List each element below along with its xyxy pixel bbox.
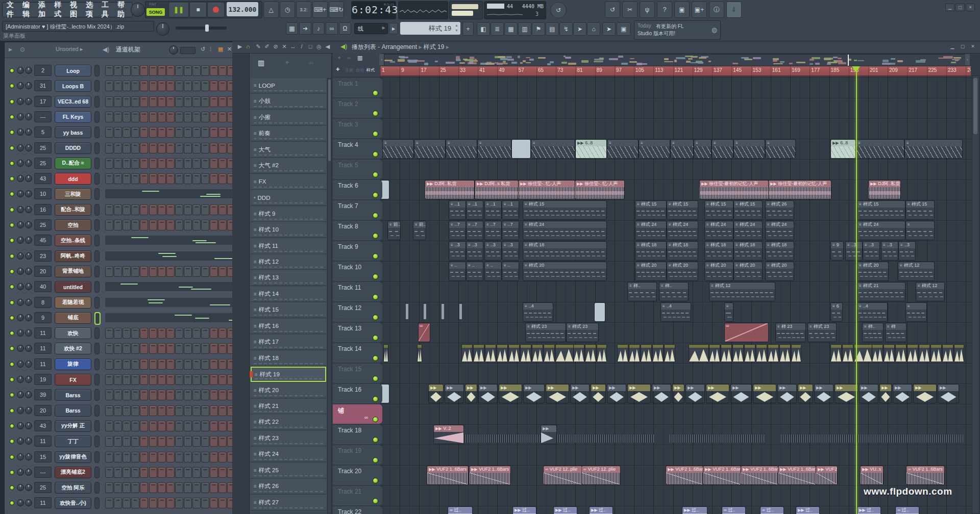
pattern-clip[interactable]: ≡样 23: [776, 323, 805, 342]
channel-selector[interactable]: [94, 126, 100, 138]
step-cell[interactable]: [175, 204, 183, 215]
strip-tab[interactable]: 音频: [345, 68, 353, 72]
pattern-clip[interactable]: ≡: [905, 140, 962, 158]
channel-volume-knob[interactable]: [25, 407, 32, 414]
step-cell[interactable]: [166, 81, 175, 91]
channel-number[interactable]: 19: [34, 374, 52, 385]
step-cell[interactable]: [149, 374, 157, 385]
step-cell[interactable]: [140, 143, 148, 153]
slice-tool-icon[interactable]: /: [297, 42, 306, 51]
audio-clip[interactable]: ▶▶: [591, 384, 605, 403]
step-cell[interactable]: [122, 220, 131, 230]
audio-burst-clip[interactable]: [943, 345, 953, 362]
channel-led[interactable]: [10, 146, 14, 150]
step-cell[interactable]: [210, 390, 218, 400]
track-led[interactable]: [373, 315, 378, 320]
audio-burst-clip[interactable]: [831, 345, 841, 362]
audio-clip[interactable]: ▶▶过..: [857, 507, 880, 514]
audio-clip[interactable]: ▶▶VU..s: [861, 466, 883, 484]
channel-pan-knob[interactable]: [17, 345, 24, 352]
step-cell[interactable]: [184, 266, 192, 277]
audio-clip[interactable]: ▶▶DJ阿..私货: [425, 181, 474, 199]
step-cell[interactable]: [140, 204, 148, 215]
audio-burst-clip[interactable]: [574, 345, 584, 362]
minimap-right-arrow[interactable]: ›: [965, 54, 970, 65]
channel-selector[interactable]: [94, 420, 100, 432]
step-cell[interactable]: [175, 328, 183, 339]
pattern-item[interactable]: ≡FX: [251, 174, 326, 190]
channel-number[interactable]: 40: [34, 281, 52, 292]
step-cell[interactable]: [149, 421, 157, 431]
playlist-icon[interactable]: ≣: [491, 22, 504, 36]
step-cell[interactable]: [140, 112, 148, 122]
pattern-item[interactable]: ≡样式 27: [251, 495, 326, 510]
audio-clip[interactable]: ▶▶DJ阿..私货: [869, 181, 900, 199]
step-cell[interactable]: [218, 467, 227, 478]
step-cell[interactable]: [166, 390, 175, 400]
step-cell[interactable]: [149, 220, 157, 230]
step-cell[interactable]: [158, 436, 166, 447]
pattern-clip[interactable]: ≡: [414, 140, 445, 158]
step-cell[interactable]: [184, 436, 192, 447]
step-cell[interactable]: [158, 112, 166, 122]
step-cell[interactable]: [105, 173, 113, 184]
channel-pan-knob[interactable]: [17, 190, 24, 197]
channel-volume-knob[interactable]: [25, 453, 32, 460]
step-cell[interactable]: [158, 421, 166, 431]
step-cell[interactable]: [158, 65, 166, 76]
pattern-clip[interactable]: ≡样式 20: [635, 262, 666, 280]
pattern-clip[interactable]: ≡: [383, 140, 413, 158]
step-cell[interactable]: [105, 96, 113, 107]
step-cell[interactable]: [166, 158, 175, 169]
step-cell[interactable]: [210, 482, 218, 493]
channel-led[interactable]: [10, 285, 14, 289]
smart-disable-icon[interactable]: ↺: [550, 2, 567, 18]
step-cell[interactable]: [105, 467, 113, 478]
channel-selector[interactable]: [94, 343, 100, 354]
step-cell[interactable]: [158, 374, 166, 385]
step-cell[interactable]: [131, 328, 139, 339]
step-cell[interactable]: [114, 343, 122, 354]
step-cell[interactable]: [131, 158, 139, 169]
secondary-knob[interactable]: [156, 22, 169, 36]
pattern-clip[interactable]: ≡..7: [449, 221, 465, 240]
step-cell[interactable]: [158, 143, 166, 153]
step-cell[interactable]: [184, 127, 192, 138]
step-cell[interactable]: [175, 81, 183, 91]
audio-burst-clip[interactable]: [780, 345, 790, 362]
pattern-clip[interactable]: ≡样式 18: [705, 242, 733, 260]
step-cell[interactable]: [114, 482, 122, 493]
pattern-clip[interactable]: ≡前..: [413, 221, 426, 240]
channel-button[interactable]: 欢快音..小): [55, 497, 91, 509]
rack-undo-icon[interactable]: ↺: [201, 46, 205, 53]
track-led[interactable]: [373, 151, 378, 157]
pattern-clip[interactable]: ≡..3: [846, 242, 862, 260]
browser-icon[interactable]: ⚑: [532, 22, 545, 36]
audio-burst-clip[interactable]: [919, 345, 929, 362]
channel-led[interactable]: [10, 223, 14, 227]
channel-volume-knob[interactable]: [25, 345, 32, 352]
typing-keyboard-icon[interactable]: ⌨+: [312, 2, 328, 18]
channel-pan-knob[interactable]: [17, 160, 24, 167]
step-cell[interactable]: [131, 452, 139, 462]
step-cell[interactable]: [184, 343, 192, 354]
channel-selector[interactable]: [94, 111, 100, 123]
step-cell[interactable]: [122, 405, 131, 416]
pattern-clip[interactable]: ≡6: [831, 303, 842, 321]
picker-automation-tab-icon[interactable]: ∞: [309, 59, 313, 66]
step-cell[interactable]: [131, 436, 139, 447]
time-unit-label[interactable]: M:S:CS: [384, 3, 394, 6]
step-cell[interactable]: [122, 266, 131, 277]
step-cell[interactable]: [140, 390, 148, 400]
channel-led[interactable]: [10, 470, 14, 475]
pattern-clip[interactable]: ≡..3: [485, 242, 501, 260]
channel-pan-knob[interactable]: [17, 144, 24, 151]
step-cell[interactable]: [218, 158, 227, 169]
step-cell[interactable]: [158, 359, 166, 370]
step-cell[interactable]: [175, 452, 183, 462]
step-cell[interactable]: [184, 374, 192, 385]
channel-button[interactable]: untitled: [55, 281, 91, 293]
step-cell[interactable]: [192, 467, 201, 478]
pattern-item[interactable]: ≡大气 #2: [251, 158, 326, 173]
channel-number[interactable]: ---: [34, 467, 52, 478]
